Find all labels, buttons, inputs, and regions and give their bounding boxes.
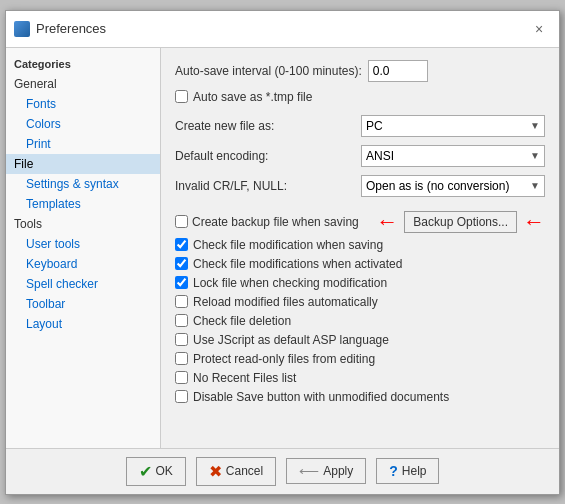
- jscript-checkbox[interactable]: [175, 333, 188, 346]
- dialog-title: Preferences: [36, 21, 106, 36]
- preferences-dialog: Preferences × Categories General Fonts C…: [5, 10, 560, 495]
- autosave-row: Auto-save interval (0-100 minutes):: [175, 60, 545, 82]
- ok-label: OK: [156, 464, 173, 478]
- sidebar-item-general[interactable]: General: [6, 74, 160, 94]
- disable-save-row: Disable Save button with unmodified docu…: [175, 390, 545, 404]
- disable-save-checkbox[interactable]: [175, 390, 188, 403]
- right-arrow-icon: ←: [523, 211, 545, 233]
- encoding-dropdown[interactable]: ANSI ▼: [361, 145, 545, 167]
- left-arrow-icon: ←: [376, 211, 398, 233]
- autosave-tmp-checkbox[interactable]: [175, 90, 188, 103]
- lock-file-row: Lock file when checking modification: [175, 276, 545, 290]
- sidebar-item-tools[interactable]: Tools: [6, 214, 160, 234]
- check-mod-saving-row: Check file modification when saving: [175, 238, 545, 252]
- autosave-input[interactable]: [368, 60, 428, 82]
- sidebar-item-file[interactable]: File: [6, 154, 160, 174]
- check-mod-saving-label: Check file modification when saving: [193, 238, 383, 252]
- ok-button[interactable]: ✔ OK: [126, 457, 186, 486]
- no-recent-label: No Recent Files list: [193, 371, 296, 385]
- ok-check-icon: ✔: [139, 462, 152, 481]
- close-button[interactable]: ×: [527, 17, 551, 41]
- encoding-value: ANSI: [366, 149, 394, 163]
- jscript-label: Use JScript as default ASP language: [193, 333, 389, 347]
- sidebar-item-keyboard[interactable]: Keyboard: [6, 254, 160, 274]
- help-icon: ?: [389, 463, 398, 479]
- sidebar-item-print[interactable]: Print: [6, 134, 160, 154]
- sidebar-item-fonts[interactable]: Fonts: [6, 94, 160, 114]
- reload-modified-label: Reload modified files automatically: [193, 295, 378, 309]
- title-bar-left: Preferences: [14, 21, 106, 37]
- sidebar-item-spell-checker[interactable]: Spell checker: [6, 274, 160, 294]
- apply-label: Apply: [323, 464, 353, 478]
- sidebar-item-templates[interactable]: Templates: [6, 194, 160, 214]
- create-new-value: PC: [366, 119, 383, 133]
- lock-file-label: Lock file when checking modification: [193, 276, 387, 290]
- autosave-tmp-label: Auto save as *.tmp file: [193, 90, 312, 104]
- no-recent-checkbox[interactable]: [175, 371, 188, 384]
- lock-file-checkbox[interactable]: [175, 276, 188, 289]
- sidebar-item-layout[interactable]: Layout: [6, 314, 160, 334]
- apply-arrow-icon: ⟵: [299, 463, 319, 479]
- create-new-row: Create new file as: PC ▼: [175, 115, 545, 137]
- autosave-tmp-row: Auto save as *.tmp file: [175, 90, 545, 104]
- protect-readonly-label: Protect read-only files from editing: [193, 352, 375, 366]
- dialog-footer: ✔ OK ✖ Cancel ⟵ Apply ? Help: [6, 448, 559, 494]
- check-deletion-checkbox[interactable]: [175, 314, 188, 327]
- sidebar-item-settings-syntax[interactable]: Settings & syntax: [6, 174, 160, 194]
- dialog-body: Categories General Fonts Colors Print Fi…: [6, 48, 559, 448]
- title-bar: Preferences ×: [6, 11, 559, 48]
- sidebar-item-user-tools[interactable]: User tools: [6, 234, 160, 254]
- crlf-row: Invalid CR/LF, NULL: Open as is (no conv…: [175, 175, 545, 197]
- check-mod-activated-row: Check file modifications when activated: [175, 257, 545, 271]
- sidebar: Categories General Fonts Colors Print Fi…: [6, 48, 161, 448]
- check-mod-activated-label: Check file modifications when activated: [193, 257, 402, 271]
- crlf-value: Open as is (no conversion): [366, 179, 509, 193]
- main-content: Auto-save interval (0-100 minutes): Auto…: [161, 48, 559, 448]
- protect-readonly-row: Protect read-only files from editing: [175, 352, 545, 366]
- protect-readonly-checkbox[interactable]: [175, 352, 188, 365]
- app-icon: [14, 21, 30, 37]
- encoding-label: Default encoding:: [175, 149, 355, 163]
- sidebar-item-toolbar[interactable]: Toolbar: [6, 294, 160, 314]
- cancel-button[interactable]: ✖ Cancel: [196, 457, 276, 486]
- cancel-x-icon: ✖: [209, 462, 222, 481]
- crlf-dropdown[interactable]: Open as is (no conversion) ▼: [361, 175, 545, 197]
- sidebar-item-colors[interactable]: Colors: [6, 114, 160, 134]
- check-mod-saving-checkbox[interactable]: [175, 238, 188, 251]
- encoding-row: Default encoding: ANSI ▼: [175, 145, 545, 167]
- create-new-dropdown[interactable]: PC ▼: [361, 115, 545, 137]
- jscript-row: Use JScript as default ASP language: [175, 333, 545, 347]
- check-mod-activated-checkbox[interactable]: [175, 257, 188, 270]
- create-new-arrow: ▼: [530, 120, 540, 131]
- backup-label: Create backup file when saving: [192, 215, 359, 229]
- no-recent-row: No Recent Files list: [175, 371, 545, 385]
- disable-save-label: Disable Save button with unmodified docu…: [193, 390, 449, 404]
- check-deletion-row: Check file deletion: [175, 314, 545, 328]
- crlf-arrow: ▼: [530, 180, 540, 191]
- help-label: Help: [402, 464, 427, 478]
- create-new-label: Create new file as:: [175, 119, 355, 133]
- encoding-arrow: ▼: [530, 150, 540, 161]
- backup-row: Create backup file when saving ← Backup …: [175, 211, 545, 233]
- cancel-label: Cancel: [226, 464, 263, 478]
- crlf-label: Invalid CR/LF, NULL:: [175, 179, 355, 193]
- backup-checkbox[interactable]: [175, 215, 188, 228]
- autosave-label: Auto-save interval (0-100 minutes):: [175, 64, 362, 78]
- apply-button[interactable]: ⟵ Apply: [286, 458, 366, 484]
- reload-modified-row: Reload modified files automatically: [175, 295, 545, 309]
- backup-options-button[interactable]: Backup Options...: [404, 211, 517, 233]
- reload-modified-checkbox[interactable]: [175, 295, 188, 308]
- sidebar-header: Categories: [6, 56, 160, 74]
- check-deletion-label: Check file deletion: [193, 314, 291, 328]
- help-button[interactable]: ? Help: [376, 458, 439, 484]
